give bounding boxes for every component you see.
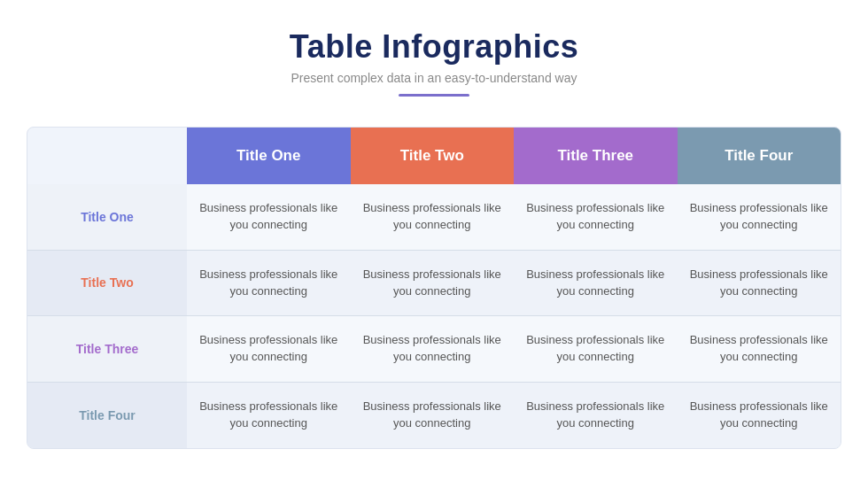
- col-header-three: Title Three: [514, 128, 678, 184]
- cell-r2-c2: Business professionals like you connecti…: [514, 316, 678, 383]
- col-header-four: Title Four: [678, 128, 841, 184]
- cell-r0-c2: Business professionals like you connecti…: [514, 184, 678, 250]
- page-subtitle: Present complex data in an easy-to-under…: [290, 71, 578, 85]
- table-body: Title OneBusiness professionals like you…: [27, 184, 841, 448]
- col-header-one: Title One: [187, 128, 351, 184]
- table-head: Title One Title Two Title Three Title Fo…: [27, 128, 841, 184]
- cell-r0-c0: Business professionals like you connecti…: [187, 184, 351, 250]
- cell-r3-c1: Business professionals like you connecti…: [351, 383, 515, 448]
- col-header-two: Title Two: [351, 128, 515, 184]
- table-row: Title ThreeBusiness professionals like y…: [27, 316, 841, 383]
- table-row: Title TwoBusiness professionals like you…: [27, 250, 841, 316]
- infographic-table: Title One Title Two Title Three Title Fo…: [27, 128, 841, 448]
- header-divider: [399, 94, 469, 97]
- cell-r1-c1: Business professionals like you connecti…: [351, 250, 515, 316]
- row-label-2: Title Three: [27, 316, 187, 383]
- col-header-empty: [27, 128, 187, 184]
- cell-r2-c1: Business professionals like you connecti…: [351, 316, 515, 383]
- row-label-1: Title Two: [27, 250, 187, 316]
- table-row: Title OneBusiness professionals like you…: [27, 184, 841, 250]
- cell-r2-c0: Business professionals like you connecti…: [187, 316, 351, 383]
- page-title: Table Infographics: [290, 28, 578, 66]
- cell-r0-c1: Business professionals like you connecti…: [351, 184, 515, 250]
- cell-r3-c2: Business professionals like you connecti…: [514, 383, 678, 448]
- cell-r1-c3: Business professionals like you connecti…: [678, 250, 841, 316]
- table-row: Title FourBusiness professionals like yo…: [27, 383, 841, 448]
- cell-r1-c0: Business professionals like you connecti…: [187, 250, 351, 316]
- row-label-3: Title Four: [27, 383, 187, 448]
- cell-r2-c3: Business professionals like you connecti…: [678, 316, 841, 383]
- header-row: Title One Title Two Title Three Title Fo…: [27, 128, 841, 184]
- cell-r0-c3: Business professionals like you connecti…: [678, 184, 841, 250]
- page-header: Table Infographics Present complex data …: [290, 28, 578, 97]
- table-wrapper: Title One Title Two Title Three Title Fo…: [27, 127, 841, 449]
- cell-r3-c0: Business professionals like you connecti…: [187, 383, 351, 448]
- cell-r1-c2: Business professionals like you connecti…: [514, 250, 678, 316]
- row-label-0: Title One: [27, 184, 187, 250]
- cell-r3-c3: Business professionals like you connecti…: [678, 383, 841, 448]
